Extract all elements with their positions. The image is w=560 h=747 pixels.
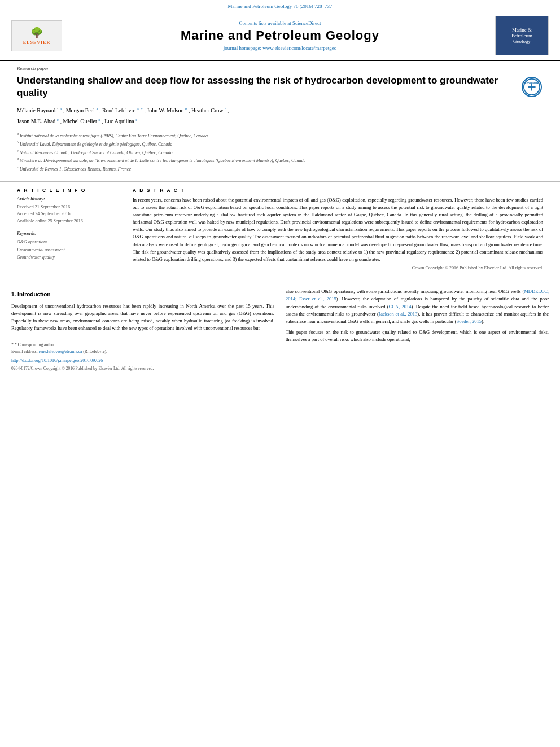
article-info-abstract-block: A R T I C L E I N F O Article history: R… bbox=[0, 181, 560, 277]
science-direct-link[interactable]: ScienceDirect bbox=[292, 20, 321, 26]
footnote-star-text: * Corresponding author. bbox=[15, 342, 56, 347]
journal-cover-thumbnail: Marine &PetroleumGeology bbox=[495, 16, 549, 55]
ref-mddelcc[interactable]: MDDELCC, 2014; Esser et al., 2015 bbox=[286, 289, 549, 302]
article-info-heading: A R T I C L E I N F O bbox=[17, 187, 117, 193]
authors-line-1: Mélanie Raynauld a , Morgan Peel a , Ren… bbox=[17, 106, 543, 115]
copyright-line: Crown Copyright © 2016 Published by Else… bbox=[133, 265, 543, 270]
paper-title-block: Understanding shallow and deep flow for … bbox=[0, 72, 560, 104]
author-molson-sup: b bbox=[185, 107, 187, 111]
intro-left-text: Development of unconventional hydrocarbo… bbox=[11, 303, 274, 333]
email-line: E-mail address: rene.lefebvre@ete.inrs.c… bbox=[11, 348, 274, 355]
author-aquilina-sup: e bbox=[135, 117, 137, 122]
section-divider bbox=[11, 282, 549, 282]
homepage-url-link[interactable]: www.elsevier.com/locate/marpetgeo bbox=[262, 45, 336, 51]
body-content: 1. Introduction Development of unconvent… bbox=[0, 288, 560, 372]
homepage-label: journal homepage: bbox=[224, 45, 262, 51]
paper-type-label: Research paper bbox=[0, 61, 560, 72]
author-crow-sup: c bbox=[225, 107, 226, 111]
paper-title: Understanding shallow and deep flow for … bbox=[17, 75, 516, 99]
journal-name: Marine and Petroleum Geology bbox=[68, 28, 492, 43]
aff-e-sup: e bbox=[17, 165, 19, 169]
ref-jackson[interactable]: Jackson et al., 2013 bbox=[379, 311, 418, 317]
author-ahad: Jason M.E. Ahad bbox=[17, 118, 55, 124]
email-label: E-mail address: bbox=[11, 349, 39, 354]
author-aquilina: , Luc Aquilina bbox=[102, 118, 134, 124]
author-ouellet-sup: d bbox=[98, 117, 100, 122]
received-date: Received 21 September 2016 bbox=[17, 204, 117, 211]
elsevier-text: ELSEVIER bbox=[23, 40, 50, 45]
abstract-heading: A B S T R A C T bbox=[133, 187, 543, 193]
aff-c-sup: c bbox=[17, 149, 19, 152]
elsevier-logo: 🌳 ELSEVIER bbox=[11, 20, 62, 51]
keyword-1: O&G operations bbox=[17, 238, 117, 246]
email-suffix: (R. Lefebvre). bbox=[83, 349, 107, 354]
article-history-label: Article history: bbox=[17, 196, 117, 202]
article-dates: Received 21 September 2016 Accepted 24 S… bbox=[17, 204, 117, 225]
body-left-column: 1. Introduction Development of unconvent… bbox=[11, 288, 274, 372]
crossmark-badge: CrossMark bbox=[522, 77, 543, 98]
authors-line-2: Jason M.E. Ahad c , Michel Ouellet d , L… bbox=[17, 117, 543, 125]
author-lefebvre-sup: a, * bbox=[137, 107, 143, 111]
aff-d-sup: d bbox=[17, 157, 19, 160]
elsevier-logo-block: 🌳 ELSEVIER bbox=[11, 20, 68, 51]
crossmark-icon: CrossMark bbox=[522, 77, 542, 97]
intro-right-text-1: also conventional O&G operations, with s… bbox=[286, 288, 549, 325]
author-peel-sup: a bbox=[96, 107, 98, 111]
corresponding-author-note: * * Corresponding author. bbox=[11, 342, 274, 348]
author-ahad-sup: c bbox=[57, 117, 59, 122]
author-raynauld: Mélanie Raynauld bbox=[17, 108, 59, 114]
journal-citation-line: Marine and Petroleum Geology 78 (2016) 7… bbox=[0, 0, 560, 11]
journal-header: 🌳 ELSEVIER Contents lists available at S… bbox=[0, 11, 560, 61]
keywords-block: Keywords: O&G operations Environmental a… bbox=[17, 231, 117, 261]
ref-soeder[interactable]: Soeder, 2015 bbox=[457, 318, 482, 324]
author-ouellet: , Michel Ouellet bbox=[60, 118, 97, 124]
journal-cover-image: Marine &PetroleumGeology bbox=[492, 16, 549, 55]
author-crow: , Heather Crow bbox=[189, 108, 223, 114]
keywords-label: Keywords: bbox=[17, 231, 117, 236]
author-raynauld-sup: a bbox=[60, 107, 62, 111]
keyword-3: Groundwater quality bbox=[17, 254, 117, 261]
intro-right-text-2: This paper focuses on the risk to ground… bbox=[286, 329, 549, 343]
author-molson: , John W. Molson bbox=[144, 108, 183, 114]
body-right-column: also conventional O&G operations, with s… bbox=[286, 288, 549, 372]
abstract-column: A B S T R A C T In recent years, concern… bbox=[124, 182, 549, 277]
contents-label: Contents lists available at bbox=[239, 20, 292, 26]
affiliation-b: b Université Laval, Département de géolo… bbox=[17, 140, 543, 148]
article-info-column: A R T I C L E I N F O Article history: R… bbox=[11, 182, 124, 277]
tree-icon: 🌳 bbox=[30, 27, 43, 39]
doi-link[interactable]: http://dx.doi.org/10.1016/j.marpetgeo.20… bbox=[11, 357, 274, 364]
contents-available-line: Contents lists available at ScienceDirec… bbox=[68, 20, 492, 26]
affiliation-c: c Natural Resources Canada, Geological S… bbox=[17, 148, 543, 156]
keyword-2: Environmental assessment bbox=[17, 246, 117, 254]
issn-line: 0264-8172/Crown Copyright © 2016 Publish… bbox=[11, 365, 274, 372]
aff-a-sup: a bbox=[17, 132, 19, 136]
authors-block: Mélanie Raynauld a , Morgan Peel a , Ren… bbox=[0, 104, 560, 129]
affiliation-a: a Institut national de la recherche scie… bbox=[17, 132, 543, 139]
journal-title-block: Contents lists available at ScienceDirec… bbox=[68, 20, 492, 51]
author-peel: , Morgan Peel bbox=[63, 108, 95, 114]
author-lefebvre: , René Lefebvre bbox=[99, 108, 135, 114]
aff-b-sup: b bbox=[17, 141, 19, 144]
journal-homepage-line: journal homepage: www.elsevier.com/locat… bbox=[68, 45, 492, 51]
affiliation-e: e Université de Rennes 1, Géosciences Re… bbox=[17, 165, 543, 173]
email-link[interactable]: rene.lefebvre@ete.inrs.ca bbox=[39, 349, 82, 354]
ref-cca[interactable]: CCA, 2014 bbox=[389, 304, 412, 309]
intro-heading: 1. Introduction bbox=[11, 290, 274, 299]
abstract-text: In recent years, concerns have been rais… bbox=[133, 196, 543, 264]
affiliations-block: a Institut national de la recherche scie… bbox=[0, 129, 560, 177]
accepted-date: Accepted 24 September 2016 bbox=[17, 211, 117, 218]
footnote-block: * * Corresponding author. E-mail address… bbox=[11, 338, 274, 372]
available-date: Available online 25 September 2016 bbox=[17, 218, 117, 225]
affiliation-d: d Ministère du Développement durable, de… bbox=[17, 156, 543, 164]
